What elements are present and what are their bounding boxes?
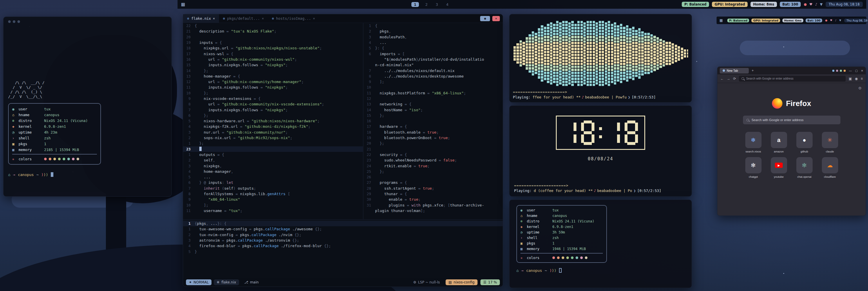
- heart-icon[interactable]: ♥: [809, 2, 813, 6]
- window-dot[interactable]: [8, 20, 11, 23]
- status-pill: Bat: 100: [806, 19, 822, 22]
- editor-pane-iso[interactable]: 1{2 pkgs,3 modulesPath,4 ...5}: {6 impor…: [364, 23, 503, 219]
- editor-tab-hosts-isoImag-[interactable]: ❄hosts/isoImag...✕: [268, 14, 319, 23]
- cava-bar: [623, 17, 625, 90]
- new-tab-button[interactable]: +: [752, 68, 754, 72]
- shortcut-tile-chatgpt[interactable]: ✻chatgpt: [745, 157, 762, 178]
- editor-tabbar: ❄flake.nix✕❄pkgs/default...✕❄hosts/isoIm…: [183, 14, 503, 23]
- editor-pane-flake[interactable]: 22{21 description = "tux's NixOS Flake";…: [183, 23, 363, 219]
- code-line: 13 networking = {: [364, 101, 503, 107]
- code-line: 16 url = "github:nix-community/nixos-wsl…: [183, 57, 363, 62]
- browser-tab[interactable]: New Tab: [720, 68, 749, 74]
- profile-button[interactable]: ◉: [855, 77, 858, 81]
- clock-window[interactable]: 08/08/24 =====================> Playing:…: [509, 106, 692, 197]
- minimize-button[interactable]: —: [849, 69, 852, 72]
- fetch-row: ◈kernel6.9.8-zen1: [12, 123, 97, 129]
- music-icon[interactable]: ♪: [815, 2, 817, 6]
- window-dot[interactable]: [13, 20, 16, 23]
- close-window-button[interactable]: ✕: [492, 16, 500, 21]
- track-progress: =====================>: [513, 90, 688, 94]
- fetch-value: 1: [44, 142, 46, 146]
- cava-visualizer-window[interactable]: =====================> Playing: ffee for…: [509, 14, 692, 103]
- extension-icon[interactable]: [844, 70, 846, 72]
- shortcut-label: chat.openai: [797, 175, 811, 178]
- music-icon[interactable]: ♪: [835, 19, 837, 22]
- line-number: 29: [364, 192, 375, 196]
- code-line: 5 nixos-hardware.url = "github:nixos/nix…: [183, 118, 363, 124]
- top-bar-secondary: ▦ P: BalancedGPU: IntegratedHome: 6msBat…: [717, 17, 866, 24]
- shortcut-tile-search-nixos[interactable]: ❄search.nixos: [745, 132, 762, 153]
- heart-icon[interactable]: ♥: [830, 19, 832, 22]
- shortcut-tile-chat-openai[interactable]: ✻chat.openai: [796, 157, 813, 178]
- system-tray: ●♥♪▼: [825, 19, 841, 22]
- fetch-label: kernel: [527, 225, 552, 229]
- color-swatches: [44, 158, 79, 160]
- maximize-button[interactable]: ▢: [855, 69, 858, 72]
- workspace-button-2[interactable]: 2: [424, 2, 429, 7]
- terminal-window-fastfetch[interactable]: /\ /\ __/\ / / V \/ _ \/ / /\ /\ (_) \ /…: [3, 17, 172, 197]
- search-input[interactable]: Search with Google or enter address: [743, 116, 840, 124]
- editor-tab-flake-nix[interactable]: ❄flake.nix✕: [183, 14, 219, 23]
- memory-icon: ▦: [12, 148, 19, 152]
- network-icon[interactable]: ▼: [820, 2, 823, 6]
- window-dot[interactable]: [18, 20, 20, 23]
- line-number: 15: [183, 63, 195, 67]
- clock-widget[interactable]: Thu Aug 08, 18:18: [844, 19, 868, 22]
- code-line: 30 enable = true;: [364, 197, 503, 202]
- fetch-row: ⌂hnamecanopus: [12, 112, 97, 118]
- extension-icon[interactable]: [832, 70, 834, 72]
- window-buttons[interactable]: [8, 20, 167, 23]
- clock-widget[interactable]: Thu Aug 08, 18:18: [826, 2, 863, 7]
- app-launcher-icon[interactable]: ▦: [181, 2, 185, 7]
- app-launcher-icon[interactable]: ▦: [719, 18, 723, 22]
- terminal-window-fastfetch-2[interactable]: ◉usertux⌂hnamecanopus❄distroNixOS 24.11 …: [509, 200, 692, 288]
- workspace-button-4[interactable]: 4: [444, 2, 450, 7]
- clock-digit: [625, 120, 638, 145]
- line-number: 26: [364, 175, 375, 179]
- code-line: 29 thunar = {: [364, 191, 503, 197]
- close-button[interactable]: ✕: [861, 69, 863, 72]
- extensions-button[interactable]: ▣: [848, 77, 852, 81]
- network-icon[interactable]: ▼: [839, 19, 841, 22]
- extension-icon[interactable]: [836, 70, 838, 72]
- cava-bar: [544, 17, 546, 90]
- firefox-window[interactable]: New Tab + — ▢ ✕ ← → ⟳ Search with Google…: [717, 66, 866, 216]
- shortcut-tile-youtube[interactable]: ▶youtube: [771, 157, 787, 178]
- shortcut-tile-claude[interactable]: ✳claude: [822, 132, 838, 153]
- fetch-value: 3h 59m: [552, 230, 565, 234]
- toggle-view-button[interactable]: ◉: [480, 16, 490, 21]
- reload-button[interactable]: ⟳: [733, 77, 736, 81]
- line-number: 22: [364, 152, 375, 157]
- line-number: 22: [183, 24, 195, 28]
- personalize-gear-icon[interactable]: ⚙: [858, 86, 862, 90]
- editor-pane-pkgs[interactable]: 1{pkgs, ...}: {1 tux-awesome-wm-config =…: [183, 220, 503, 278]
- tab-close-icon[interactable]: ✕: [262, 17, 264, 20]
- workspace-button-1[interactable]: 1: [411, 2, 419, 7]
- fetch-label: colors: [19, 157, 44, 161]
- neovim-window[interactable]: ❄flake.nix✕❄pkgs/default...✕❄hosts/isoIm…: [183, 14, 503, 287]
- shortcut-label: github: [801, 150, 808, 153]
- status-pill: Home: 6ms: [782, 19, 803, 22]
- menu-button[interactable]: ≡: [861, 77, 863, 81]
- shortcut-tile-amazon[interactable]: aamazon: [771, 132, 787, 153]
- editor-tab-pkgs-default-[interactable]: ❄pkgs/default...✕: [219, 14, 268, 23]
- shortcut-tile-cloudflare[interactable]: ☁cloudflare: [822, 157, 838, 178]
- tab-close-icon[interactable]: ✕: [213, 17, 215, 20]
- line-number: 7: [364, 68, 375, 73]
- record-icon[interactable]: ●: [804, 2, 806, 6]
- back-button[interactable]: ←: [720, 77, 724, 81]
- line-number: 7: [183, 186, 195, 191]
- shell-prompt[interactable]: ⌂→canopus~))): [8, 172, 167, 177]
- fetch-value: 1: [552, 241, 554, 245]
- cava-bar: [568, 17, 571, 90]
- workspace-button-3[interactable]: 3: [434, 2, 440, 7]
- extension-icon[interactable]: [840, 70, 842, 72]
- record-icon[interactable]: ●: [825, 19, 827, 22]
- url-bar[interactable]: Search with Google or enter address: [739, 76, 846, 82]
- code-line: 6 };: [183, 113, 363, 118]
- shortcut-tile-github[interactable]: ●github: [796, 132, 813, 153]
- fetch-row: ◔uptime4h 23m: [12, 129, 97, 135]
- forward-button[interactable]: →: [727, 77, 730, 81]
- shell-prompt[interactable]: ⌂→canopus~))): [517, 268, 685, 273]
- tab-close-icon[interactable]: ✕: [313, 17, 315, 20]
